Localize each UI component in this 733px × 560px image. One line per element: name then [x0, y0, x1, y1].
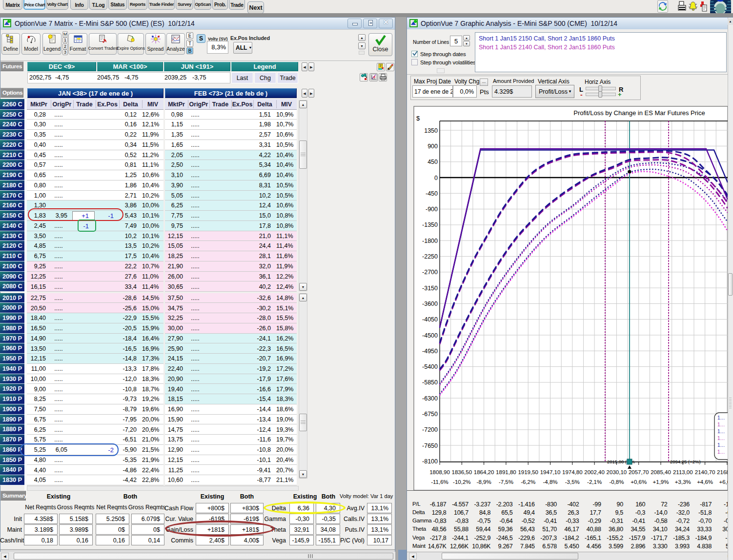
svg-text:-7,5%: -7,5%: [499, 479, 513, 485]
svg-text:1808,90: 1808,90: [429, 469, 450, 475]
svg-text:1…: 1…: [717, 415, 725, 420]
svg-text:+0,6%: +0,6%: [631, 479, 647, 485]
svg-text:1350: 1350: [424, 127, 438, 134]
svg-text:2002,40: 2002,40: [584, 469, 605, 475]
svg-text:2113,00: 2113,00: [673, 469, 693, 475]
svg-text:1…: 1…: [717, 436, 725, 441]
svg-text:-2700: -2700: [422, 269, 438, 276]
svg-text:2094,25 (+2%): 2094,25 (+2%): [670, 459, 701, 464]
svg-text:$: $: [416, 115, 420, 122]
svg-text:-10,2%: -10,2%: [453, 479, 470, 485]
svg-text:-2250: -2250: [422, 253, 438, 260]
svg-text:2085,40: 2085,40: [651, 469, 671, 475]
svg-text:-6,2%: -6,2%: [521, 479, 535, 485]
svg-text:-1350: -1350: [422, 221, 438, 228]
svg-text:1836,50: 1836,50: [452, 469, 472, 475]
svg-text:-4950: -4950: [422, 348, 438, 355]
svg-text:-4500: -4500: [422, 332, 438, 339]
svg-text:2168,30: 2168,30: [717, 469, 728, 475]
svg-text:-0,8%: -0,8%: [609, 479, 624, 485]
svg-text:-3600: -3600: [422, 300, 438, 307]
svg-text:450: 450: [428, 159, 438, 165]
svg-text:-5400: -5400: [422, 363, 438, 370]
svg-text:-6300: -6300: [422, 395, 438, 402]
svg-text:-7650: -7650: [422, 442, 438, 449]
svg-text:1974,80: 1974,80: [562, 469, 583, 475]
svg-text:1947,10: 1947,10: [540, 469, 561, 475]
svg-text:a: a: [387, 67, 389, 70]
svg-text:-1800: -1800: [422, 238, 438, 244]
svg-text:900: 900: [428, 143, 438, 150]
svg-text:-900: -900: [426, 206, 438, 213]
svg-text:1…: 1…: [717, 442, 725, 448]
svg-text:1…: 1…: [717, 449, 725, 455]
svg-text:-2,1%: -2,1%: [587, 479, 602, 485]
svg-text:1919,50: 1919,50: [518, 469, 538, 475]
svg-text:1…: 1…: [717, 429, 725, 434]
svg-text:2057,70: 2057,70: [629, 469, 649, 475]
svg-text:1864,20: 1864,20: [474, 469, 494, 475]
svg-text:+3,3%: +3,3%: [675, 479, 691, 485]
svg-text:+6,0%: +6,0%: [719, 479, 728, 485]
svg-text:+4,6%: +4,6%: [697, 479, 713, 485]
svg-text:-4050: -4050: [422, 316, 438, 323]
svg-text:0: 0: [434, 175, 438, 181]
svg-text:-5850: -5850: [422, 379, 438, 386]
svg-text:Profit/Loss by Change in ES Ma: Profit/Loss by Change in ES Mar Futures …: [573, 109, 705, 117]
svg-text:-8,9%: -8,9%: [477, 479, 491, 485]
svg-text:-450: -450: [426, 190, 438, 197]
svg-text:2140,70: 2140,70: [695, 469, 715, 475]
svg-text:-7200: -7200: [422, 426, 438, 433]
svg-text:1891,80: 1891,80: [496, 469, 516, 475]
svg-text:-3,5%: -3,5%: [565, 479, 580, 485]
svg-text:-4,8%: -4,8%: [543, 479, 557, 485]
svg-text:2030,10: 2030,10: [607, 469, 627, 475]
svg-text:+1,9%: +1,9%: [653, 479, 669, 485]
svg-text:-3150: -3150: [422, 285, 438, 292]
svg-text:1…: 1…: [717, 422, 725, 427]
svg-text:-11,6%: -11,6%: [431, 479, 448, 485]
svg-text:-6750: -6750: [422, 411, 438, 418]
svg-text:-8100: -8100: [422, 458, 438, 465]
